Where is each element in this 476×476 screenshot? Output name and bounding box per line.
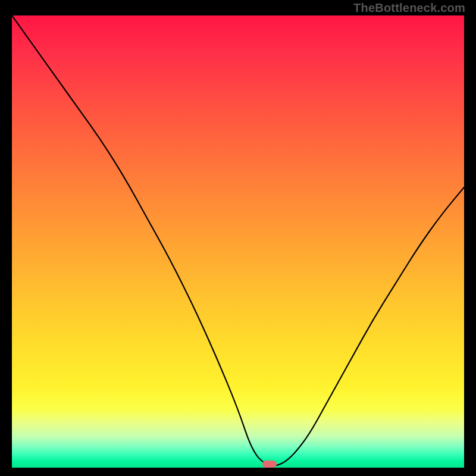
watermark-text: TheBottleneck.com [353,1,465,15]
curve-path [12,15,464,465]
plot-area [12,15,464,468]
optimum-marker [262,461,277,468]
chart-frame: TheBottleneck.com [0,0,476,476]
bottleneck-curve [12,15,464,468]
